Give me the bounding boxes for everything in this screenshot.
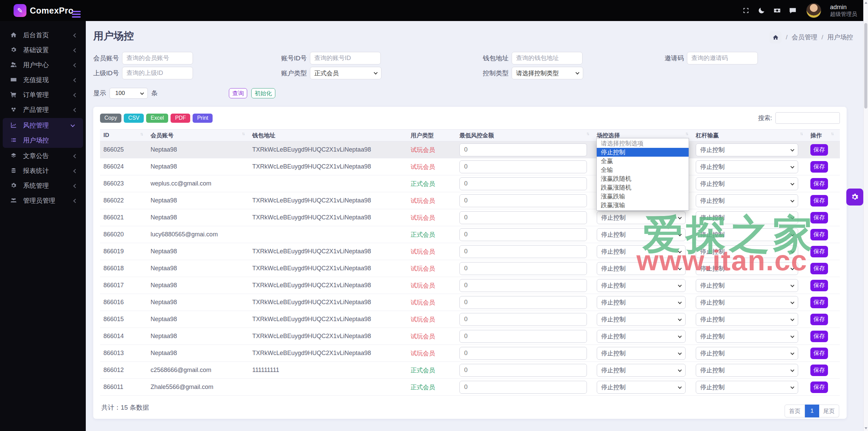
avatar[interactable] [806,3,821,18]
min-risk-amount-input[interactable] [459,177,587,190]
filter-input-邀请码[interactable] [687,52,758,64]
leverage-select[interactable]: 停止控制 [696,262,798,275]
min-risk-amount-input[interactable] [459,194,587,207]
sidebar-item-用户场控[interactable]: 用户场控 [3,133,83,148]
min-risk-amount-input[interactable] [459,330,587,343]
sidebar-item-产品管理[interactable]: 产品管理 [0,102,86,117]
export-print-button[interactable]: Print [193,114,213,123]
leverage-select[interactable]: 停止控制 [696,143,798,156]
filter-input-上级ID号[interactable] [122,67,193,79]
leverage-select[interactable]: 停止控制 [696,347,798,360]
save-button[interactable]: 保存 [810,229,828,240]
query-button[interactable]: 查询 [229,88,247,98]
dropdown-option-涨赢跌输[interactable]: 涨赢跌输 [597,192,689,201]
sort-icon[interactable]: ↑↓ [831,131,833,136]
save-button[interactable]: 保存 [810,280,828,291]
settings-gear-button[interactable] [846,189,863,205]
leverage-select[interactable]: 停止控制 [696,330,798,343]
sidebar-item-订单管理[interactable]: 订单管理 [0,87,86,102]
sidebar-item-后台首页[interactable]: 后台首页 [0,28,86,43]
min-risk-amount-input[interactable] [459,296,587,309]
pagination-page-1[interactable]: 1 [805,405,819,417]
sidebar-item-风控管理[interactable]: 风控管理 [3,118,83,133]
sort-icon[interactable]: ↑↓ [800,131,802,136]
filter-select-控制类型[interactable]: 请选择控制类型 [512,67,583,79]
min-risk-amount-input[interactable] [459,245,587,258]
leverage-select[interactable]: 停止控制 [696,296,798,309]
save-button[interactable]: 保存 [810,297,828,308]
save-button[interactable]: 保存 [810,212,828,223]
sidebar-item-文章公告[interactable]: 文章公告 [0,149,86,163]
sidebar-item-充值提现[interactable]: 充值提现 [0,73,86,87]
scene-control-select[interactable]: 停止控制 [597,296,686,309]
export-copy-button[interactable]: Copy [100,114,121,123]
leverage-select[interactable]: 停止控制 [696,177,798,190]
min-risk-amount-input[interactable] [459,228,587,241]
scene-control-select[interactable]: 停止控制 [597,211,686,224]
column-header-会员账号[interactable]: 会员账号↑↓ [147,132,249,139]
leverage-select[interactable]: 停止控制 [696,228,798,241]
save-button[interactable]: 保存 [810,348,828,359]
scene-control-select[interactable]: 停止控制 [597,279,686,292]
save-button[interactable]: 保存 [810,144,828,156]
save-button[interactable]: 保存 [810,161,828,173]
pagination-first[interactable]: 首页 [785,405,805,417]
save-button[interactable]: 保存 [810,365,828,376]
dropdown-option-停止控制[interactable]: 停止控制 [597,148,689,157]
column-header-ID[interactable]: ID↑↓ [100,132,147,139]
pagination-last[interactable]: 尾页 [819,405,839,417]
min-risk-amount-input[interactable] [459,279,587,292]
dropdown-option-跌赢涨输[interactable]: 跌赢涨输 [597,201,689,210]
column-header-最低风控金额[interactable]: 最低风控金额↑↓ [456,132,593,139]
reset-button[interactable]: 初始化 [251,88,275,98]
sort-icon[interactable]: ↑↓ [685,131,688,136]
scrollbar-up-arrow[interactable] [865,2,867,4]
save-button[interactable]: 保存 [810,178,828,190]
sidebar-item-基础设置[interactable]: 基础设置 [0,43,86,58]
sidebar-toggle-icon[interactable] [72,11,81,18]
leverage-select[interactable]: 停止控制 [696,194,798,207]
dropdown-option-全赢[interactable]: 全赢 [597,157,689,165]
export-pdf-button[interactable]: PDF [171,114,190,123]
home-icon[interactable] [769,31,782,43]
column-header-用户类型[interactable]: 用户类型 [407,132,456,139]
min-risk-amount-input[interactable] [459,347,587,360]
leverage-select[interactable]: 停止控制 [696,313,798,326]
scene-control-select[interactable]: 停止控制 [597,262,686,275]
min-risk-amount-input[interactable] [459,160,587,173]
leverage-select[interactable]: 停止控制 [696,364,798,377]
save-button[interactable]: 保存 [810,246,828,257]
sort-icon[interactable]: ↑↓ [242,131,244,136]
sidebar-item-报表统计[interactable]: 报表统计 [0,163,86,178]
admin-info[interactable]: admin 超级管理员 [830,3,857,18]
scene-control-select[interactable]: 停止控制 [597,330,686,343]
fullscreen-icon[interactable] [742,6,750,15]
scene-control-select[interactable]: 停止控制 [597,381,686,394]
chat-icon[interactable] [789,6,797,15]
sidebar-item-管理员管理[interactable]: 管理员管理 [0,193,86,208]
cash-icon[interactable] [773,6,781,15]
page-size-select[interactable]: 100 [110,88,148,99]
leverage-select[interactable]: 停止控制 [696,279,798,292]
column-header-杠杆输赢[interactable]: 杠杆输赢↑↓ [692,132,807,139]
dropdown-option-全输[interactable]: 全输 [597,165,689,174]
dropdown-option-跌赢涨随机[interactable]: 跌赢涨随机 [597,183,689,192]
leverage-select[interactable]: 停止控制 [696,211,798,224]
dropdown-option-涨赢跌随机[interactable]: 涨赢跌随机 [597,174,689,183]
filter-input-账号ID号[interactable] [310,52,381,64]
min-risk-amount-input[interactable] [459,313,587,326]
dropdown-option-请选择控制选项[interactable]: 请选择控制选项 [597,139,689,148]
save-button[interactable]: 保存 [810,331,828,342]
scrollbar-down-arrow[interactable] [865,427,867,429]
scene-control-select[interactable]: 停止控制 [597,245,686,258]
filter-select-账户类型[interactable]: 正式会员 [310,67,381,79]
scene-control-select[interactable]: 停止控制 [597,364,686,377]
scene-control-select[interactable]: 停止控制 [597,313,686,326]
leverage-select[interactable]: 停止控制 [696,245,798,258]
scrollbar-thumb[interactable] [864,23,867,109]
scene-control-select[interactable]: 停止控制 [597,228,686,241]
export-excel-button[interactable]: Excel [146,114,168,123]
sort-icon[interactable]: ↑↓ [586,131,589,136]
column-header-操作[interactable]: 操作↑↓ [807,132,838,139]
search-input[interactable] [775,112,840,124]
